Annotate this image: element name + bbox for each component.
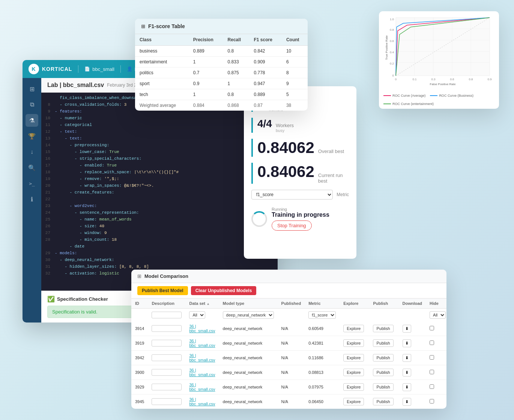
desc-input[interactable] xyxy=(152,369,182,376)
dataset-link[interactable]: 36 | bbc_small.csv xyxy=(189,324,215,333)
page-title: Lab | bbc_small.csv xyxy=(47,82,104,88)
svg-text:0.6: 0.6 xyxy=(450,78,454,81)
code-line: 11 - categorical xyxy=(41,123,278,129)
sort-icon: ▲ xyxy=(206,302,210,306)
legend-item-entertainment: ROC Curve (entertainment) xyxy=(383,102,434,106)
code-editor[interactable]: fix_class_imbalance_when_downsampling: F… xyxy=(41,93,278,291)
mc-col-id: ID xyxy=(131,298,148,309)
legend-item-business: ROC Curve (Business) xyxy=(430,94,473,98)
download-button[interactable]: ⬇ xyxy=(403,325,411,333)
file-icon: 📄 xyxy=(84,66,90,72)
mc-modeltype: deep_neural_network xyxy=(219,336,278,351)
download-button[interactable]: ⬇ xyxy=(403,398,411,406)
hide-checkbox[interactable] xyxy=(430,340,434,345)
desc-input[interactable] xyxy=(152,398,182,405)
explore-button[interactable]: Explore xyxy=(343,339,364,347)
mc-hide-cell xyxy=(426,365,446,380)
mc-col-desc: Description xyxy=(148,298,185,309)
mc-download-cell: ⬇ xyxy=(399,380,426,394)
metric-filter[interactable]: f1_score xyxy=(308,311,336,319)
desc-input[interactable] xyxy=(152,340,182,346)
clear-unpublished-button[interactable]: Clear Unpublished Models xyxy=(191,286,257,295)
sidebar-item-terminal[interactable]: >_ xyxy=(26,177,38,190)
dataset-filter[interactable]: All xyxy=(189,311,205,319)
model-comparison-card: ⊞ Model Comparison Publish Best Model Cl… xyxy=(131,270,446,409)
publish-button[interactable]: Publish xyxy=(373,325,393,332)
explore-button[interactable]: Explore xyxy=(343,383,364,391)
download-button[interactable]: ⬇ xyxy=(403,339,411,347)
f1-count: 9 xyxy=(282,78,308,89)
explore-button[interactable]: Explore xyxy=(343,369,364,376)
svg-text:0: 0 xyxy=(392,74,394,77)
code-line: 10 - numeric xyxy=(41,116,278,123)
metric-select[interactable]: f1_score accuracy precision recall xyxy=(251,190,333,200)
training-text: Running Training in progress Stop Traini… xyxy=(272,207,329,231)
legend-dot-average xyxy=(383,95,391,96)
publish-button[interactable]: Publish xyxy=(373,398,393,405)
download-button[interactable]: ⬇ xyxy=(403,354,411,362)
desc-input[interactable] xyxy=(152,325,182,332)
mc-col-publish: Publish xyxy=(369,298,398,309)
sidebar-item-layers[interactable]: ⊞ xyxy=(26,82,38,95)
roc-legend: ROC Curve (Average) ROC Curve (Business)… xyxy=(383,94,494,106)
filter-desc xyxy=(148,309,185,322)
f1-f1score: 0.889 xyxy=(249,89,282,100)
mc-table-row: 3942 36 | bbc_small.csv deep_neural_netw… xyxy=(131,351,446,365)
hide-checkbox[interactable] xyxy=(430,355,434,360)
mc-publish-cell: Publish xyxy=(369,336,398,351)
header-tab-file1[interactable]: 📄 bbc_small xyxy=(84,66,114,72)
mc-explore-cell: Explore xyxy=(340,394,369,409)
download-button[interactable]: ⬇ xyxy=(403,383,411,391)
f1-class: business xyxy=(135,46,189,57)
modeltype-filter[interactable]: deep_neural_network xyxy=(223,311,274,319)
hide-checkbox[interactable] xyxy=(430,399,434,404)
mc-desc xyxy=(148,380,185,394)
hide-checkbox[interactable] xyxy=(430,370,434,374)
dataset-link[interactable]: 36 | bbc_small.csv xyxy=(189,382,215,392)
f1-f1score: 0.87 xyxy=(249,100,282,111)
filter-hide: All xyxy=(426,309,446,322)
mc-hide-cell xyxy=(426,351,446,365)
desc-input[interactable] xyxy=(152,384,182,390)
desc-input[interactable] xyxy=(152,354,182,361)
f1-table-row: sport 0.9 1 0.947 9 xyxy=(135,78,308,89)
col-f1score: F1 score xyxy=(249,34,282,46)
filter-published xyxy=(278,309,305,322)
busy-sublabel: busy xyxy=(276,128,294,133)
dataset-link[interactable]: 36 | bbc_small.csv xyxy=(189,368,215,377)
mc-published: N/A xyxy=(278,351,305,365)
explore-button[interactable]: Explore xyxy=(343,325,364,332)
sidebar-item-trophy[interactable]: 🏆 xyxy=(26,130,38,142)
svg-text:0.4: 0.4 xyxy=(390,51,394,54)
f1-class: entertainment xyxy=(135,57,189,68)
code-line: 29 - models: xyxy=(41,251,278,258)
current-run-best-stat: 0.84062 Current run best xyxy=(251,163,349,184)
mc-explore-cell: Explore xyxy=(340,380,369,394)
download-button[interactable]: ⬇ xyxy=(403,369,411,376)
explore-button[interactable]: Explore xyxy=(343,354,364,362)
dataset-link[interactable]: 36 | bbc_small.csv xyxy=(189,339,215,348)
publish-best-button[interactable]: Publish Best Model xyxy=(137,286,188,295)
hide-filter[interactable]: All xyxy=(430,311,446,319)
sidebar-item-pages[interactable]: ⧉ xyxy=(26,98,38,111)
f1-recall: 0.868 xyxy=(223,100,249,111)
publish-button[interactable]: Publish xyxy=(373,354,393,362)
sidebar-item-download[interactable]: ↓ xyxy=(26,146,38,158)
explore-button[interactable]: Explore xyxy=(343,398,364,405)
sidebar-item-info[interactable]: ℹ xyxy=(26,193,38,206)
mc-published: N/A xyxy=(278,321,305,336)
sidebar-item-search[interactable]: 🔍 xyxy=(26,161,38,174)
stop-training-button[interactable]: Stop Training xyxy=(272,220,312,231)
hide-checkbox[interactable] xyxy=(430,384,434,389)
hide-checkbox[interactable] xyxy=(430,326,434,330)
description-filter[interactable] xyxy=(152,312,182,318)
publish-button[interactable]: Publish xyxy=(373,339,393,347)
publish-button[interactable]: Publish xyxy=(373,383,393,391)
roc-chart: 0 0.2 0.4 0.6 0.8 1.0 0 0.1 0.3 0.6 0.8 … xyxy=(383,16,494,91)
mc-modeltype: deep_neural_network xyxy=(219,321,278,336)
publish-button[interactable]: Publish xyxy=(373,369,393,376)
dataset-link[interactable]: 36 | bbc_small.csv xyxy=(189,353,215,362)
f1-table-header: ⊞ F1-score Table xyxy=(135,19,308,34)
sidebar-item-lab[interactable]: ⚗ xyxy=(26,114,38,127)
dataset-link[interactable]: 36 | bbc_small.csv xyxy=(189,397,215,406)
